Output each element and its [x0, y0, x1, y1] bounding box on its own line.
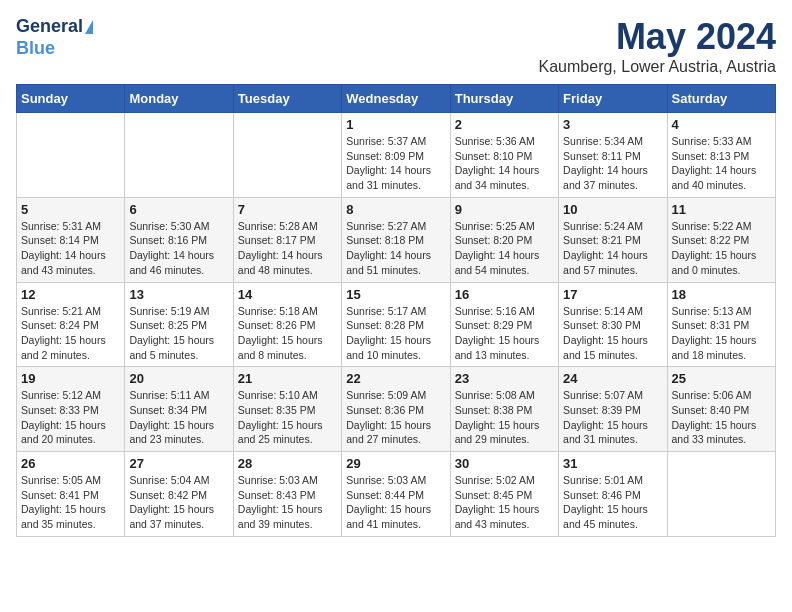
calendar-cell: 15Sunrise: 5:17 AM Sunset: 8:28 PM Dayli… [342, 282, 450, 367]
calendar-cell: 11Sunrise: 5:22 AM Sunset: 8:22 PM Dayli… [667, 197, 775, 282]
page-header: General Blue May 2024 Kaumberg, Lower Au… [16, 16, 776, 76]
day-number: 1 [346, 117, 445, 132]
calendar-cell: 12Sunrise: 5:21 AM Sunset: 8:24 PM Dayli… [17, 282, 125, 367]
calendar-table: SundayMondayTuesdayWednesdayThursdayFrid… [16, 84, 776, 537]
day-info: Sunrise: 5:14 AM Sunset: 8:30 PM Dayligh… [563, 304, 662, 363]
weekday-header-thursday: Thursday [450, 85, 558, 113]
calendar-week-2: 5Sunrise: 5:31 AM Sunset: 8:14 PM Daylig… [17, 197, 776, 282]
day-number: 18 [672, 287, 771, 302]
calendar-cell: 17Sunrise: 5:14 AM Sunset: 8:30 PM Dayli… [559, 282, 667, 367]
day-number: 27 [129, 456, 228, 471]
weekday-header-monday: Monday [125, 85, 233, 113]
day-info: Sunrise: 5:01 AM Sunset: 8:46 PM Dayligh… [563, 473, 662, 532]
day-info: Sunrise: 5:25 AM Sunset: 8:20 PM Dayligh… [455, 219, 554, 278]
day-number: 5 [21, 202, 120, 217]
logo-blue: Blue [16, 38, 55, 60]
calendar-header-row: SundayMondayTuesdayWednesdayThursdayFrid… [17, 85, 776, 113]
calendar-cell: 4Sunrise: 5:33 AM Sunset: 8:13 PM Daylig… [667, 113, 775, 198]
calendar-cell: 14Sunrise: 5:18 AM Sunset: 8:26 PM Dayli… [233, 282, 341, 367]
day-info: Sunrise: 5:02 AM Sunset: 8:45 PM Dayligh… [455, 473, 554, 532]
day-number: 6 [129, 202, 228, 217]
day-info: Sunrise: 5:21 AM Sunset: 8:24 PM Dayligh… [21, 304, 120, 363]
day-number: 10 [563, 202, 662, 217]
day-info: Sunrise: 5:09 AM Sunset: 8:36 PM Dayligh… [346, 388, 445, 447]
day-info: Sunrise: 5:03 AM Sunset: 8:44 PM Dayligh… [346, 473, 445, 532]
day-number: 22 [346, 371, 445, 386]
calendar-cell [125, 113, 233, 198]
day-number: 11 [672, 202, 771, 217]
day-info: Sunrise: 5:22 AM Sunset: 8:22 PM Dayligh… [672, 219, 771, 278]
calendar-cell: 31Sunrise: 5:01 AM Sunset: 8:46 PM Dayli… [559, 452, 667, 537]
day-number: 20 [129, 371, 228, 386]
day-info: Sunrise: 5:33 AM Sunset: 8:13 PM Dayligh… [672, 134, 771, 193]
calendar-cell: 22Sunrise: 5:09 AM Sunset: 8:36 PM Dayli… [342, 367, 450, 452]
day-info: Sunrise: 5:12 AM Sunset: 8:33 PM Dayligh… [21, 388, 120, 447]
day-number: 7 [238, 202, 337, 217]
calendar-cell: 8Sunrise: 5:27 AM Sunset: 8:18 PM Daylig… [342, 197, 450, 282]
calendar-week-3: 12Sunrise: 5:21 AM Sunset: 8:24 PM Dayli… [17, 282, 776, 367]
day-info: Sunrise: 5:16 AM Sunset: 8:29 PM Dayligh… [455, 304, 554, 363]
day-info: Sunrise: 5:27 AM Sunset: 8:18 PM Dayligh… [346, 219, 445, 278]
calendar-cell: 24Sunrise: 5:07 AM Sunset: 8:39 PM Dayli… [559, 367, 667, 452]
calendar-cell: 30Sunrise: 5:02 AM Sunset: 8:45 PM Dayli… [450, 452, 558, 537]
day-info: Sunrise: 5:10 AM Sunset: 8:35 PM Dayligh… [238, 388, 337, 447]
calendar-cell: 1Sunrise: 5:37 AM Sunset: 8:09 PM Daylig… [342, 113, 450, 198]
day-number: 31 [563, 456, 662, 471]
logo: General Blue [16, 16, 93, 59]
day-number: 16 [455, 287, 554, 302]
day-info: Sunrise: 5:37 AM Sunset: 8:09 PM Dayligh… [346, 134, 445, 193]
calendar-cell: 27Sunrise: 5:04 AM Sunset: 8:42 PM Dayli… [125, 452, 233, 537]
title-block: May 2024 Kaumberg, Lower Austria, Austri… [539, 16, 776, 76]
calendar-cell: 3Sunrise: 5:34 AM Sunset: 8:11 PM Daylig… [559, 113, 667, 198]
calendar-cell: 5Sunrise: 5:31 AM Sunset: 8:14 PM Daylig… [17, 197, 125, 282]
calendar-cell [233, 113, 341, 198]
day-number: 25 [672, 371, 771, 386]
day-info: Sunrise: 5:31 AM Sunset: 8:14 PM Dayligh… [21, 219, 120, 278]
calendar-cell: 18Sunrise: 5:13 AM Sunset: 8:31 PM Dayli… [667, 282, 775, 367]
day-number: 9 [455, 202, 554, 217]
calendar-cell: 7Sunrise: 5:28 AM Sunset: 8:17 PM Daylig… [233, 197, 341, 282]
calendar-cell: 13Sunrise: 5:19 AM Sunset: 8:25 PM Dayli… [125, 282, 233, 367]
day-number: 28 [238, 456, 337, 471]
weekday-header-friday: Friday [559, 85, 667, 113]
day-number: 19 [21, 371, 120, 386]
day-number: 4 [672, 117, 771, 132]
day-info: Sunrise: 5:11 AM Sunset: 8:34 PM Dayligh… [129, 388, 228, 447]
calendar-cell: 10Sunrise: 5:24 AM Sunset: 8:21 PM Dayli… [559, 197, 667, 282]
calendar-cell: 25Sunrise: 5:06 AM Sunset: 8:40 PM Dayli… [667, 367, 775, 452]
day-number: 3 [563, 117, 662, 132]
calendar-cell: 29Sunrise: 5:03 AM Sunset: 8:44 PM Dayli… [342, 452, 450, 537]
day-info: Sunrise: 5:05 AM Sunset: 8:41 PM Dayligh… [21, 473, 120, 532]
day-info: Sunrise: 5:30 AM Sunset: 8:16 PM Dayligh… [129, 219, 228, 278]
calendar-cell: 9Sunrise: 5:25 AM Sunset: 8:20 PM Daylig… [450, 197, 558, 282]
day-number: 13 [129, 287, 228, 302]
calendar-cell: 23Sunrise: 5:08 AM Sunset: 8:38 PM Dayli… [450, 367, 558, 452]
day-number: 17 [563, 287, 662, 302]
calendar-week-4: 19Sunrise: 5:12 AM Sunset: 8:33 PM Dayli… [17, 367, 776, 452]
day-info: Sunrise: 5:24 AM Sunset: 8:21 PM Dayligh… [563, 219, 662, 278]
day-info: Sunrise: 5:06 AM Sunset: 8:40 PM Dayligh… [672, 388, 771, 447]
calendar-cell [667, 452, 775, 537]
calendar-cell: 28Sunrise: 5:03 AM Sunset: 8:43 PM Dayli… [233, 452, 341, 537]
weekday-header-sunday: Sunday [17, 85, 125, 113]
day-number: 2 [455, 117, 554, 132]
calendar-cell: 16Sunrise: 5:16 AM Sunset: 8:29 PM Dayli… [450, 282, 558, 367]
day-info: Sunrise: 5:13 AM Sunset: 8:31 PM Dayligh… [672, 304, 771, 363]
day-info: Sunrise: 5:19 AM Sunset: 8:25 PM Dayligh… [129, 304, 228, 363]
calendar-week-5: 26Sunrise: 5:05 AM Sunset: 8:41 PM Dayli… [17, 452, 776, 537]
day-number: 23 [455, 371, 554, 386]
calendar-cell: 21Sunrise: 5:10 AM Sunset: 8:35 PM Dayli… [233, 367, 341, 452]
weekday-header-saturday: Saturday [667, 85, 775, 113]
calendar-week-1: 1Sunrise: 5:37 AM Sunset: 8:09 PM Daylig… [17, 113, 776, 198]
day-number: 29 [346, 456, 445, 471]
logo-general: General [16, 16, 83, 38]
day-info: Sunrise: 5:17 AM Sunset: 8:28 PM Dayligh… [346, 304, 445, 363]
day-info: Sunrise: 5:36 AM Sunset: 8:10 PM Dayligh… [455, 134, 554, 193]
calendar-cell: 26Sunrise: 5:05 AM Sunset: 8:41 PM Dayli… [17, 452, 125, 537]
day-info: Sunrise: 5:03 AM Sunset: 8:43 PM Dayligh… [238, 473, 337, 532]
day-info: Sunrise: 5:28 AM Sunset: 8:17 PM Dayligh… [238, 219, 337, 278]
day-number: 30 [455, 456, 554, 471]
day-number: 24 [563, 371, 662, 386]
day-info: Sunrise: 5:08 AM Sunset: 8:38 PM Dayligh… [455, 388, 554, 447]
month-title: May 2024 [539, 16, 776, 58]
